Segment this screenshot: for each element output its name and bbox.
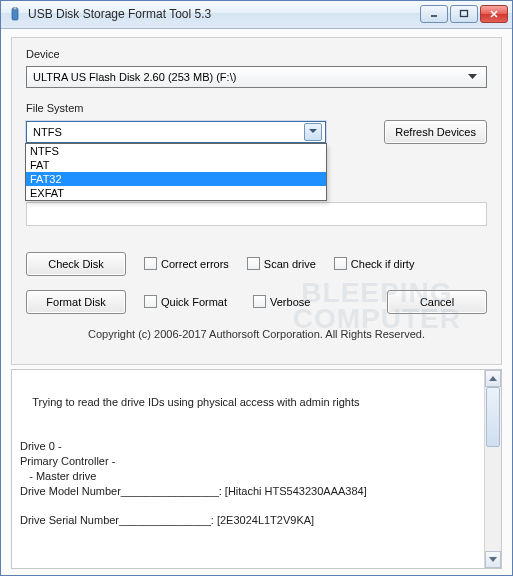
- verbose-checkbox[interactable]: Verbose: [253, 295, 310, 308]
- format-disk-button[interactable]: Format Disk: [26, 290, 126, 314]
- vertical-scrollbar[interactable]: [484, 370, 501, 568]
- filesystem-option[interactable]: FAT32: [26, 172, 326, 186]
- scroll-up-button[interactable]: [485, 370, 501, 387]
- chevron-down-icon: [304, 123, 322, 141]
- svg-rect-1: [14, 7, 17, 10]
- check-if-dirty-checkbox[interactable]: Check if dirty: [334, 257, 415, 270]
- verbose-label: Verbose: [270, 296, 310, 308]
- window-controls: [420, 5, 508, 23]
- minimize-button[interactable]: [420, 5, 448, 23]
- device-label: Device: [26, 48, 487, 60]
- filesystem-combo-text: NTFS: [33, 126, 304, 138]
- filesystem-combo[interactable]: NTFS: [26, 121, 326, 143]
- scan-drive-checkbox[interactable]: Scan drive: [247, 257, 316, 270]
- checkbox-box-icon: [247, 257, 260, 270]
- options-panel: BLEEPING COMPUTER Device ULTRA US Flash …: [11, 37, 502, 365]
- checkbox-box-icon: [144, 257, 157, 270]
- window-title: USB Disk Storage Format Tool 5.3: [28, 7, 420, 21]
- volume-label-input[interactable]: [26, 202, 487, 226]
- check-row: Check Disk Correct errors Scan drive Che…: [26, 252, 487, 276]
- titlebar: USB Disk Storage Format Tool 5.3: [1, 1, 512, 29]
- correct-errors-checkbox[interactable]: Correct errors: [144, 257, 229, 270]
- checkbox-box-icon: [253, 295, 266, 308]
- scroll-thumb[interactable]: [486, 387, 500, 447]
- device-combo[interactable]: ULTRA US Flash Disk 2.60 (253 MB) (F:\): [26, 66, 487, 88]
- refresh-devices-button[interactable]: Refresh Devices: [384, 120, 487, 144]
- close-button[interactable]: [480, 5, 508, 23]
- checkbox-box-icon: [334, 257, 347, 270]
- log-text: Trying to read the drive IDs using physi…: [20, 396, 367, 527]
- copyright-text: Copyright (c) 2006-2017 Authorsoft Corpo…: [26, 314, 487, 350]
- quick-format-label: Quick Format: [161, 296, 227, 308]
- correct-errors-label: Correct errors: [161, 258, 229, 270]
- cancel-button[interactable]: Cancel: [387, 290, 487, 314]
- scroll-down-button[interactable]: [485, 551, 501, 568]
- svg-rect-0: [12, 8, 18, 20]
- check-disk-button[interactable]: Check Disk: [26, 252, 126, 276]
- log-output[interactable]: Trying to read the drive IDs using physi…: [11, 369, 502, 569]
- scroll-track[interactable]: [485, 387, 501, 551]
- quick-format-checkbox[interactable]: Quick Format: [144, 295, 227, 308]
- filesystem-option[interactable]: EXFAT: [26, 186, 326, 200]
- maximize-button[interactable]: [450, 5, 478, 23]
- main-content: BLEEPING COMPUTER Device ULTRA US Flash …: [1, 29, 512, 575]
- filesystem-label: File System: [26, 102, 487, 114]
- scan-drive-label: Scan drive: [264, 258, 316, 270]
- filesystem-option[interactable]: NTFS: [26, 144, 326, 158]
- app-icon: [7, 6, 23, 22]
- filesystem-dropdown[interactable]: NTFSFATFAT32EXFAT: [25, 143, 327, 201]
- filesystem-option[interactable]: FAT: [26, 158, 326, 172]
- checkbox-box-icon: [144, 295, 157, 308]
- check-if-dirty-label: Check if dirty: [351, 258, 415, 270]
- format-row: Format Disk Quick Format Verbose Cancel: [26, 290, 487, 314]
- svg-rect-3: [461, 11, 468, 17]
- chevron-down-icon: [464, 74, 480, 80]
- device-combo-text: ULTRA US Flash Disk 2.60 (253 MB) (F:\): [33, 71, 464, 83]
